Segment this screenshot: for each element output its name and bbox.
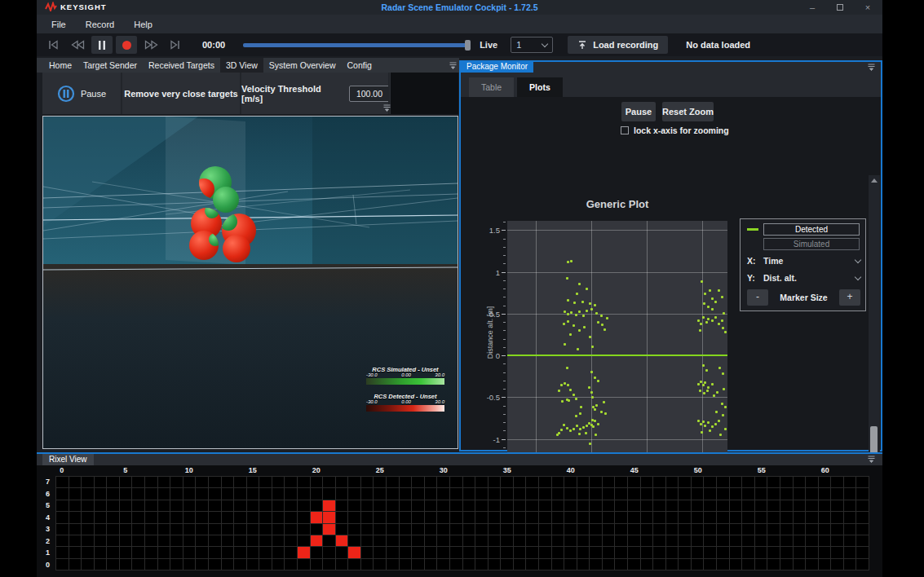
panel-menu-icon[interactable] — [867, 456, 876, 464]
rixel-x-label: 45 — [625, 466, 644, 474]
marker-size-increase-button[interactable]: + — [839, 289, 860, 306]
rixel-cell — [374, 547, 386, 557]
tab-home[interactable]: Home — [43, 58, 77, 73]
lock-x-axis-checkbox[interactable] — [621, 126, 629, 134]
rixel-cell — [170, 547, 183, 557]
marker-size-decrease-button[interactable]: - — [747, 289, 768, 306]
rixel-cell — [387, 559, 399, 570]
data-point — [573, 394, 575, 396]
load-recording-button[interactable]: Load recording — [568, 36, 668, 54]
panel-menu-icon[interactable] — [449, 62, 458, 70]
data-point — [606, 317, 608, 319]
rixel-cell — [183, 524, 196, 535]
rixel-x-label: 50 — [688, 466, 708, 474]
data-point — [597, 423, 599, 425]
rixel-cell — [158, 535, 170, 546]
rixel-cell — [247, 524, 259, 535]
rixel-cell — [526, 524, 538, 535]
tab-table[interactable]: Table — [469, 77, 514, 97]
rixel-title[interactable]: Rixel View — [42, 454, 94, 465]
rixel-cell-active — [311, 535, 323, 546]
viewport-3d[interactable]: RCS Simulated - Unset -30.0 0.00 30.0 RC… — [42, 116, 458, 449]
tab-config[interactable]: Config — [342, 58, 378, 73]
rixel-cell — [120, 500, 132, 511]
rixel-cell — [526, 512, 538, 522]
chevron-up-icon[interactable] — [871, 178, 878, 183]
rixel-cell — [615, 535, 627, 546]
rixel-cell — [653, 547, 665, 557]
rixel-cell — [336, 512, 348, 522]
record-icon — [122, 40, 132, 51]
rixel-cell — [56, 524, 69, 535]
package-monitor-title[interactable]: Package Monitor — [461, 61, 533, 73]
rixel-cell — [311, 547, 323, 557]
velocity-threshold-input[interactable] — [349, 86, 390, 102]
y-axis-selector[interactable]: Y: Dist. alt. — [747, 272, 860, 284]
fast-forward-button[interactable] — [140, 36, 161, 54]
data-point — [702, 421, 705, 423]
rixel-cell — [69, 512, 82, 522]
tab-received-targets[interactable]: Received Targets — [143, 58, 220, 73]
rixel-cell — [780, 524, 793, 535]
live-label: Live — [480, 40, 497, 50]
panel-menu-icon[interactable] — [382, 104, 391, 112]
maximize-icon[interactable] — [835, 2, 845, 12]
legend-detected-button[interactable]: Detected — [763, 223, 860, 236]
data-point — [724, 428, 727, 430]
panel-menu-icon[interactable] — [867, 64, 876, 72]
menu-item-file[interactable]: File — [43, 17, 74, 32]
slider-handle[interactable] — [465, 40, 471, 51]
menu-item-record[interactable]: Record — [77, 17, 122, 32]
data-status: No data loaded — [686, 40, 750, 50]
rixel-cell — [463, 524, 475, 535]
tab-3d-view[interactable]: 3D View — [220, 58, 263, 73]
timeline-slider[interactable] — [243, 43, 468, 47]
rixel-cell — [819, 512, 831, 522]
step-back-button[interactable] — [42, 36, 64, 54]
rixel-cell — [387, 500, 399, 511]
plot-area[interactable] — [507, 221, 727, 452]
rewind-button[interactable] — [67, 36, 88, 54]
rixel-cell — [400, 512, 412, 522]
rixel-cell — [475, 488, 488, 499]
rixel-cell — [615, 559, 627, 570]
close-icon[interactable]: × — [863, 2, 873, 12]
rixel-cell — [209, 477, 221, 487]
gridline-x — [536, 221, 537, 452]
step-forward-button[interactable] — [165, 36, 186, 54]
menu-bar: FileRecordHelp — [37, 15, 882, 33]
speed-dropdown[interactable]: 1 — [511, 37, 553, 53]
left-panel-tabs: HomeTarget SenderReceived Targets3D View… — [37, 58, 459, 73]
view3d-pause-button[interactable]: Pause — [42, 73, 121, 114]
rixel-cell — [564, 477, 577, 487]
y-minor-tick — [503, 406, 506, 407]
rixel-cell — [780, 488, 793, 499]
rixel-cell — [222, 500, 234, 511]
menu-item-help[interactable]: Help — [126, 17, 161, 32]
rixel-cell — [767, 477, 780, 487]
record-button[interactable] — [116, 36, 137, 54]
rixel-cell — [730, 477, 742, 487]
tab-system-overview[interactable]: System Overview — [263, 58, 342, 73]
minimize-icon[interactable]: – — [807, 2, 817, 12]
rixel-cell — [209, 559, 221, 570]
reset-zoom-button[interactable]: Reset Zoom — [662, 102, 714, 121]
tab-target-sender[interactable]: Target Sender — [77, 58, 143, 73]
rixel-cell — [767, 524, 780, 535]
plot-pause-button[interactable]: Pause — [621, 102, 656, 121]
tab-plots[interactable]: Plots — [517, 77, 563, 97]
rixel-cell — [590, 547, 602, 557]
legend-simulated-button[interactable]: Simulated — [763, 238, 860, 250]
x-axis-selector[interactable]: X: Time — [747, 255, 860, 266]
remove-close-targets-button[interactable]: Remove very close targets — [122, 73, 240, 114]
rixel-cell — [463, 535, 475, 546]
plots-scrollbar[interactable] — [869, 175, 880, 487]
data-point — [566, 277, 568, 280]
data-point — [704, 293, 706, 295]
rixel-cell — [539, 559, 551, 570]
data-point — [590, 308, 593, 311]
rcs-mid: 0.00 — [401, 372, 411, 377]
chevron-down-icon — [542, 40, 548, 46]
rixel-cell — [222, 535, 234, 546]
pause-button[interactable] — [91, 36, 113, 54]
